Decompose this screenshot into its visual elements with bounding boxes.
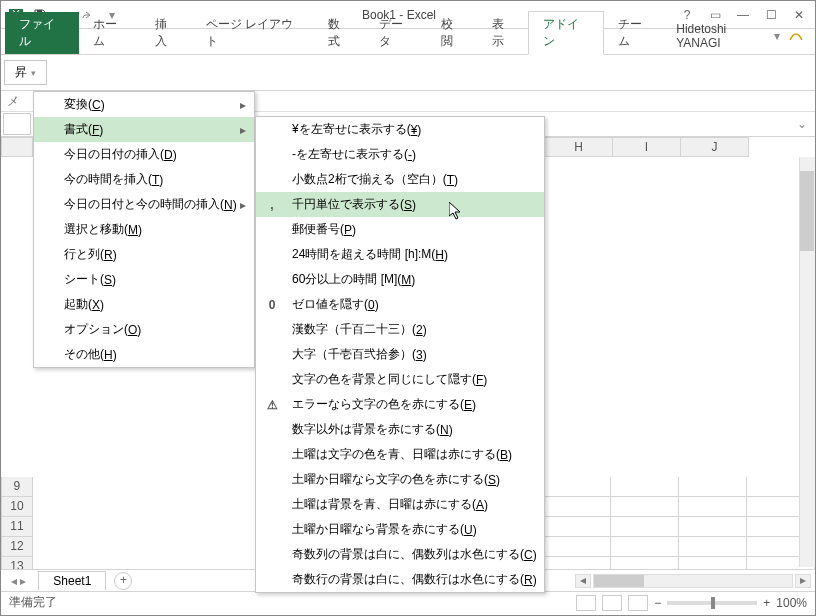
submenu-item[interactable]: 奇数行の背景は白に、偶数行は水色にする(R) (256, 567, 544, 592)
cell[interactable] (679, 557, 747, 569)
submenu-item[interactable]: ,千円単位で表示する(S) (256, 192, 544, 217)
submenu-item[interactable]: 文字の色を背景と同じにして隠す(F) (256, 367, 544, 392)
addin-button-label: 昇 (15, 64, 27, 81)
submenu-item[interactable]: 24時間を超える時間 [h]:M(H) (256, 242, 544, 267)
cell[interactable] (679, 497, 747, 517)
hscroll-left-icon[interactable]: ◂ (575, 574, 591, 588)
account-name[interactable]: Hidetoshi YANAGI▾ (666, 18, 815, 54)
status-right: − + 100% (576, 595, 807, 611)
view-break-icon[interactable] (628, 595, 648, 611)
tab-insert[interactable]: 挿入 (141, 12, 192, 54)
zoom-thumb[interactable] (711, 597, 715, 609)
col-header[interactable]: H (545, 137, 613, 157)
sheet-tab-active[interactable]: Sheet1 (38, 571, 106, 590)
zoom-out-icon[interactable]: − (654, 596, 661, 610)
tab-file[interactable]: ファイル (5, 12, 79, 54)
menu-item[interactable]: 選択と移動(M) (34, 217, 254, 242)
tab-data[interactable]: データ (365, 12, 427, 54)
menu-item[interactable]: 変換(C)▸ (34, 92, 254, 117)
cell[interactable] (679, 517, 747, 537)
submenu-item[interactable]: 0ゼロ値を隠す(0) (256, 292, 544, 317)
hscroll-right-icon[interactable]: ▸ (795, 574, 811, 588)
cell[interactable] (611, 517, 679, 537)
tab-team[interactable]: チーム (604, 12, 666, 54)
hscroll-thumb[interactable] (594, 575, 644, 587)
submenu-item[interactable]: -を左寄せに表示する(-) (256, 142, 544, 167)
menu-item[interactable]: 今日の日付と今の時間の挿入(N)▸ (34, 192, 254, 217)
vertical-scrollbar[interactable] (799, 157, 815, 567)
menu-item[interactable]: 書式(F)▸ (34, 117, 254, 142)
submenu-item[interactable]: ¥を左寄せに表示する(¥) (256, 117, 544, 142)
submenu-item[interactable]: 60分以上の時間 [M](M) (256, 267, 544, 292)
col-header[interactable]: J (681, 137, 749, 157)
row-header[interactable]: 10 (1, 497, 33, 517)
tab-view[interactable]: 表示 (478, 12, 529, 54)
submenu-item[interactable]: 土曜は背景を青、日曜は赤にする(A) (256, 492, 544, 517)
account-label: Hidetoshi YANAGI (676, 22, 768, 50)
menu-item[interactable]: 行と列(R) (34, 242, 254, 267)
sheet-nav[interactable]: ◂ ▸ (5, 574, 32, 588)
tab-addins[interactable]: アドイン (528, 11, 604, 55)
horizontal-scrollbar[interactable]: ◂ ▸ (575, 574, 811, 588)
tab-page-layout[interactable]: ページ レイアウト (192, 12, 314, 54)
zoom-in-icon[interactable]: + (763, 596, 770, 610)
submenu-item[interactable]: 漢数字（千百二十三）(2) (256, 317, 544, 342)
cell[interactable] (679, 477, 747, 497)
formula-expand-icon[interactable]: ⌄ (789, 117, 815, 131)
submenu-item[interactable]: 数字以外は背景を赤にする(N) (256, 417, 544, 442)
name-box[interactable] (3, 113, 31, 135)
zoom-value: 100% (776, 596, 807, 610)
addin-menu: 変換(C)▸書式(F)▸今日の日付の挿入(D)今の時間を挿入(T)今日の日付と今… (33, 91, 255, 368)
menu-item[interactable]: オプション(O) (34, 317, 254, 342)
status-ready: 準備完了 (9, 594, 57, 611)
cell[interactable] (679, 537, 747, 557)
menu-item[interactable]: シート(S) (34, 267, 254, 292)
meta-label: メ (7, 93, 19, 110)
add-sheet-button[interactable]: + (114, 572, 132, 590)
cell[interactable] (544, 497, 612, 517)
cell[interactable] (544, 537, 612, 557)
cell[interactable] (611, 537, 679, 557)
select-all-corner[interactable] (1, 137, 33, 157)
submenu-item[interactable]: 土曜か日曜なら背景を赤にする(U) (256, 517, 544, 542)
cell[interactable] (611, 497, 679, 517)
zoom-slider[interactable] (667, 601, 757, 605)
submenu-item[interactable]: 土曜か日曜なら文字の色を赤にする(S) (256, 467, 544, 492)
submenu-item[interactable]: 小数点2桁で揃える（空白）(T) (256, 167, 544, 192)
view-page-icon[interactable] (602, 595, 622, 611)
row-header[interactable]: 12 (1, 537, 33, 557)
menu-item[interactable]: 今の時間を挿入(T) (34, 167, 254, 192)
row-header[interactable]: 9 (1, 477, 33, 497)
row-header[interactable]: 13 (1, 557, 33, 569)
ribbon-body: 昇▾ (1, 55, 815, 91)
tab-formulas[interactable]: 数式 (314, 12, 365, 54)
ribbon-tabs: ファイル ホーム 挿入 ページ レイアウト 数式 データ 校閲 表示 アドイン … (1, 29, 815, 55)
tab-review[interactable]: 校閲 (427, 12, 478, 54)
format-submenu: ¥を左寄せに表示する(¥)-を左寄せに表示する(-)小数点2桁で揃える（空白）(… (255, 116, 545, 593)
menu-item[interactable]: 今日の日付の挿入(D) (34, 142, 254, 167)
menu-item[interactable]: その他(H) (34, 342, 254, 367)
cell[interactable] (544, 477, 612, 497)
addin-button[interactable]: 昇▾ (4, 60, 47, 85)
col-header[interactable]: I (613, 137, 681, 157)
cell[interactable] (611, 557, 679, 569)
row-header[interactable]: 11 (1, 517, 33, 537)
view-normal-icon[interactable] (576, 595, 596, 611)
vscroll-thumb[interactable] (800, 171, 814, 251)
tab-home[interactable]: ホーム (79, 12, 141, 54)
cell[interactable] (611, 477, 679, 497)
submenu-item[interactable]: 土曜は文字の色を青、日曜は赤にする(B) (256, 442, 544, 467)
submenu-item[interactable]: 大字（千壱百弐拾参）(3) (256, 342, 544, 367)
statusbar: 準備完了 − + 100% (1, 591, 815, 613)
submenu-item[interactable]: 郵便番号(P) (256, 217, 544, 242)
hscroll-track[interactable] (593, 574, 793, 588)
cell[interactable] (544, 557, 612, 569)
submenu-item[interactable]: 奇数列の背景は白に、偶数列は水色にする(C) (256, 542, 544, 567)
menu-item[interactable]: 起動(X) (34, 292, 254, 317)
submenu-item[interactable]: ⚠エラーなら文字の色を赤にする(E) (256, 392, 544, 417)
cell[interactable] (544, 517, 612, 537)
